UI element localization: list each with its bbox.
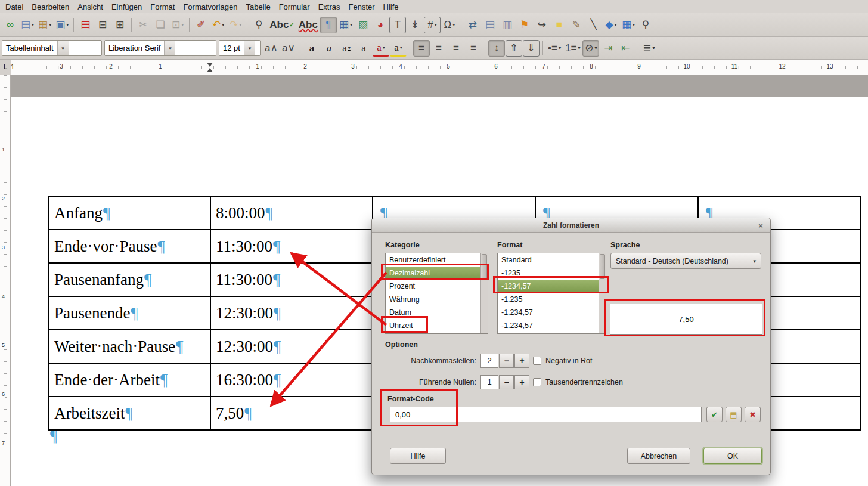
category-item-uhrzeit[interactable]: Uhrzeit — [386, 319, 488, 332]
scrollbar[interactable] — [599, 253, 606, 333]
formatting-marks-icon[interactable]: ¶ — [320, 17, 337, 33]
clone-formatting-icon[interactable]: ✐ — [193, 17, 209, 33]
menu-hilfe[interactable]: Hilfe — [379, 1, 403, 13]
table-cell-value[interactable]: 11:30:00¶ — [211, 264, 373, 296]
format-item-1[interactable]: -1235 — [498, 267, 606, 280]
align-right-icon[interactable]: ≡ — [448, 40, 464, 57]
draw-functions-icon[interactable]: ▦ ▾ — [620, 17, 637, 33]
category-item-benutzerdefiniert[interactable]: Benutzerdefiniert — [386, 253, 488, 267]
dropdown-arrow-icon[interactable]: ▾ — [653, 45, 655, 51]
format-item-5[interactable]: -1.234,57 — [498, 319, 606, 332]
auto-spellcheck-icon[interactable]: Abc — [297, 17, 320, 33]
format-item-4[interactable]: -1.234,57 — [498, 306, 606, 319]
decimal-places-plus-button[interactable]: + — [514, 354, 529, 368]
thousands-separator-checkbox[interactable] — [533, 378, 541, 386]
font-name-combo[interactable]: Liberation Serif ▾ — [104, 40, 216, 56]
dropdown-arrow-icon[interactable]: ▾ — [578, 45, 580, 51]
leading-zeroes-value[interactable]: 1 — [480, 375, 498, 389]
table-cell-label[interactable]: Ende·der·Arbeit¶ — [49, 364, 211, 396]
negative-red-checkbox[interactable] — [533, 357, 541, 365]
increase-paragraph-spacing-icon[interactable]: ⇑ — [506, 40, 522, 57]
help-button[interactable]: Hilfe — [390, 448, 446, 464]
menu-datei[interactable]: Datei — [1, 1, 27, 13]
no-list-icon[interactable]: ⊘ ▾ — [582, 40, 599, 57]
align-center-icon[interactable]: ≡ — [430, 40, 447, 57]
table-cell-label[interactable]: Pausenende¶ — [49, 297, 211, 329]
menu-formatvorlagen[interactable]: Formatvorlagen — [179, 1, 241, 13]
tab-stop-selector[interactable]: L — [0, 60, 11, 75]
menu-extras[interactable]: Extras — [314, 1, 345, 13]
spelling-icon[interactable]: Abc — [268, 17, 296, 33]
category-item-waehrung[interactable]: Währung — [386, 293, 488, 306]
dropdown-arrow-icon[interactable]: ▾ — [32, 22, 34, 27]
category-item-prozent[interactable]: Prozent — [386, 280, 488, 293]
bullet-list-icon[interactable]: •≡ ▾ — [546, 40, 563, 57]
dropdown-arrow-icon[interactable]: ▾ — [49, 22, 51, 27]
dropdown-arrow-icon[interactable]: ▾ — [452, 22, 455, 27]
insert-image-icon[interactable]: ▧ — [355, 17, 371, 33]
dropdown-arrow-icon[interactable]: ▾ — [222, 22, 224, 27]
save-icon[interactable]: ▣ ▾ — [54, 17, 70, 33]
format-item-standard[interactable]: Standard — [498, 253, 606, 267]
dropdown-arrow-icon[interactable]: ▾ — [559, 45, 561, 51]
menu-bearbeiten[interactable]: Bearbeiten — [27, 1, 73, 13]
basic-shapes-icon[interactable]: ◆ ▾ — [603, 17, 619, 33]
confirm-icon[interactable]: ✔ — [706, 407, 723, 422]
dropdown-arrow-icon[interactable]: ▾ — [348, 45, 351, 51]
binoculars-icon[interactable]: ∞ — [2, 17, 18, 33]
increase-indent-icon[interactable]: ⇥ — [600, 40, 616, 57]
table-column-marker[interactable] — [207, 63, 213, 72]
paste-icon[interactable]: ⊡ ▾ — [169, 17, 186, 33]
insert-hyperlink-icon[interactable]: ⇄ — [464, 17, 481, 33]
category-listbox[interactable]: BenutzerdefiniertDezimalzahlProzentWähru… — [385, 253, 488, 334]
font-size-combo[interactable]: 12 pt ▾ — [219, 40, 261, 56]
table-cell-value[interactable]: 12:30:00¶ — [211, 297, 373, 329]
table-cell-label[interactable]: Arbeitszeit¶ — [49, 397, 211, 429]
decrease-indent-icon[interactable]: ⇤ — [617, 40, 634, 57]
redo-icon[interactable]: ↷ ▾ — [227, 17, 244, 33]
close-icon[interactable]: × — [756, 221, 765, 230]
page-break-icon[interactable]: ↡ — [407, 17, 423, 33]
menu-einfuegen[interactable]: Einfügen — [107, 1, 146, 13]
dropdown-arrow-icon[interactable]: ▾ — [350, 22, 352, 27]
table-cell-value[interactable]: 7,50¶ — [211, 397, 373, 429]
language-select[interactable]: Standard - Deutsch (Deutschland) ▾ — [610, 253, 761, 269]
new-document-icon[interactable]: ▤ ▾ — [19, 17, 36, 33]
undo-icon[interactable]: ↶ ▾ — [210, 17, 227, 33]
paragraph-spacing-icon[interactable]: ≣ ▾ — [640, 40, 657, 57]
menu-ansicht[interactable]: Ansicht — [73, 1, 107, 13]
decrease-paragraph-spacing-icon[interactable]: ⇓ — [523, 40, 540, 57]
print-preview-icon[interactable]: ⊞ — [111, 17, 128, 33]
cancel-button[interactable]: Abbrechen — [627, 448, 690, 464]
zoom-icon[interactable]: ⚲ — [637, 17, 654, 33]
scrollbar[interactable] — [480, 253, 488, 333]
insert-textbox-icon[interactable]: T — [389, 17, 406, 33]
align-left-icon[interactable]: ≡ — [413, 40, 430, 57]
copy-icon[interactable]: ❏ — [152, 17, 169, 33]
menu-tabelle[interactable]: Tabelle — [241, 1, 274, 13]
menu-format[interactable]: Format — [146, 1, 179, 13]
underline-icon[interactable]: a ▾ — [338, 40, 355, 57]
highlight-color-icon[interactable]: a ▾ — [390, 40, 407, 57]
table-cell-value[interactable]: 16:30:00¶ — [211, 364, 373, 396]
dropdown-arrow-icon[interactable]: ▾ — [435, 21, 437, 29]
decimal-places-value[interactable]: 2 — [480, 354, 498, 368]
scrollbar-thumb[interactable] — [482, 254, 487, 279]
cross-reference-icon[interactable]: ↪ — [534, 17, 550, 33]
table-cell-label[interactable]: Ende·vor·Pause¶ — [49, 230, 211, 262]
insert-field-icon[interactable]: # ▾ — [424, 17, 441, 33]
table-cell-value[interactable]: 8:00:00¶ — [211, 197, 373, 229]
menu-formular[interactable]: Formular — [275, 1, 314, 13]
chevron-down-icon[interactable]: ▾ — [244, 41, 255, 55]
insert-endnote-icon[interactable]: ▥ — [499, 17, 516, 33]
dialog-titlebar[interactable]: Zahl formatieren × — [372, 218, 770, 233]
vertical-ruler[interactable]: 1234567 — [0, 75, 11, 486]
line-spacing-icon[interactable]: ↕ — [488, 40, 505, 57]
strikethrough-icon[interactable]: a — [355, 40, 372, 57]
table-cell-value[interactable]: 12:30:00¶ — [211, 330, 373, 363]
dropdown-arrow-icon[interactable]: ▾ — [633, 22, 635, 27]
chevron-down-icon[interactable]: ▾ — [57, 41, 69, 55]
bold-icon[interactable]: a — [303, 40, 320, 57]
table-cell-label[interactable]: Pausenanfang¶ — [49, 264, 211, 296]
paragraph-style-combo[interactable]: Tabelleninhalt ▾ — [2, 40, 102, 56]
